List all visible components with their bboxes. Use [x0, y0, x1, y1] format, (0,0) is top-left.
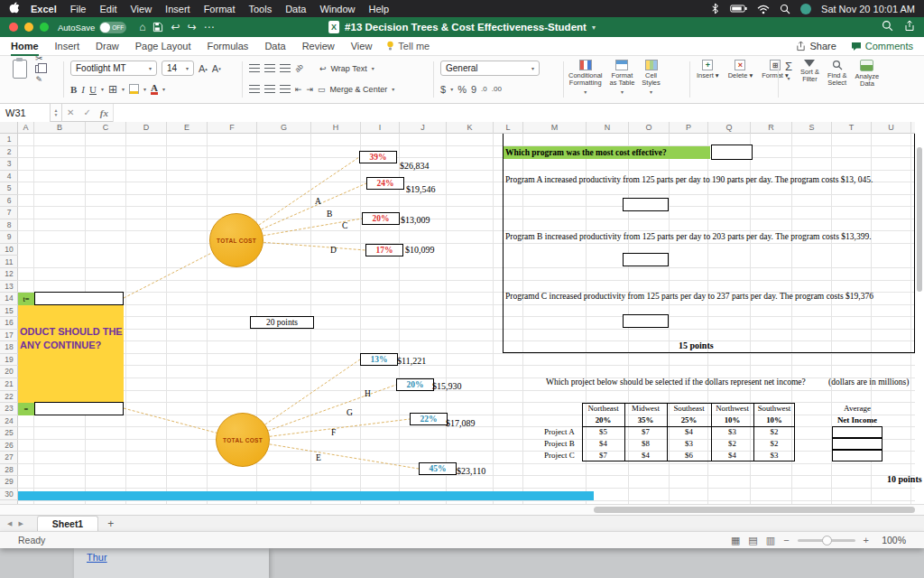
align-bottom-button[interactable]	[280, 64, 291, 72]
document-title[interactable]: #13 Decision Trees & Cost Effectiveness-…	[345, 22, 587, 33]
share-button[interactable]: Share	[796, 41, 836, 51]
font-size-select[interactable]: 14▾	[162, 61, 194, 76]
tab-home[interactable]: Home	[11, 37, 39, 56]
menu-window[interactable]: Window	[319, 4, 355, 14]
apple-menu-icon[interactable]	[9, 2, 20, 15]
zoom-out-icon[interactable]: −	[783, 535, 789, 545]
borders-button[interactable]: ⊞	[108, 83, 117, 96]
tell-me-button[interactable]: Tell me	[386, 41, 430, 51]
wifi-icon[interactable]	[757, 4, 770, 14]
menubar-clock[interactable]: Sat Nov 20 10:01 AM	[821, 4, 915, 14]
format-as-table-button[interactable]: Format as Table▾	[610, 60, 635, 95]
net-income-cell[interactable]	[832, 438, 882, 450]
equals-cell[interactable]: =	[18, 403, 34, 415]
share-titlebar-icon[interactable]	[904, 19, 915, 35]
autosum-button[interactable]: Σ▾	[785, 60, 792, 88]
decrease-indent-button[interactable]: ⇤	[295, 85, 302, 94]
menu-insert[interactable]: Insert	[165, 4, 190, 14]
cancel-entry-icon[interactable]: ✕	[67, 107, 74, 117]
italic-button[interactable]: I	[81, 84, 85, 95]
net-income-cell[interactable]	[832, 426, 882, 438]
align-middle-button[interactable]	[264, 64, 275, 72]
align-center-button[interactable]	[264, 85, 275, 93]
menu-edit[interactable]: Edit	[99, 4, 116, 14]
underline-button[interactable]: U	[89, 84, 97, 95]
menu-file[interactable]: File	[70, 4, 87, 14]
menu-help[interactable]: Help	[369, 4, 390, 14]
increase-font-button[interactable]: A▴	[199, 63, 208, 74]
vertical-scrollbar[interactable]	[915, 134, 924, 504]
font-name-select[interactable]: Footlight MT▾	[70, 61, 157, 76]
sort-filter-button[interactable]: Sort & Filter	[800, 60, 819, 88]
sheet-tab-sheet1[interactable]: Sheet1	[37, 516, 98, 531]
page-layout-view-icon[interactable]: ▤	[748, 535, 757, 546]
program-c-answer-cell[interactable]	[623, 314, 669, 328]
battery-icon[interactable]	[730, 3, 747, 14]
number-format-select[interactable]: General▾	[440, 61, 540, 76]
bold-button[interactable]: B	[70, 84, 77, 95]
format-painter-button[interactable]: ✎	[35, 75, 42, 84]
delete-cells-button[interactable]: × Delete ▾	[728, 60, 753, 79]
decrease-font-button[interactable]: A▾	[212, 63, 221, 74]
paste-button[interactable]	[13, 60, 27, 79]
bluetooth-icon[interactable]	[710, 3, 720, 14]
decrease-decimal-button[interactable]: .00	[492, 85, 502, 93]
name-box-stepper[interactable]: ▲▼	[51, 104, 62, 122]
answer-cell-bottom[interactable]	[34, 402, 124, 415]
find-select-button[interactable]: Find & Select	[827, 60, 847, 88]
net-income-cell[interactable]	[832, 450, 882, 461]
cell-styles-button[interactable]: Cell Styles▾	[642, 60, 660, 95]
align-top-button[interactable]	[249, 64, 260, 72]
t-equals-cell[interactable]: t=	[18, 293, 34, 305]
insert-function-icon[interactable]: fx	[100, 107, 108, 118]
comma-format-button[interactable]: 9	[471, 84, 476, 95]
tab-draw[interactable]: Draw	[96, 37, 119, 56]
align-right-button[interactable]	[280, 85, 291, 93]
fill-color-button[interactable]	[129, 84, 139, 94]
more-commands-icon[interactable]: ⋯	[204, 17, 215, 37]
home-icon[interactable]: ⌂	[139, 17, 145, 37]
page-break-view-icon[interactable]: ▥	[766, 535, 775, 546]
next-sheet-icon[interactable]: ▶	[18, 520, 23, 527]
analyze-data-button[interactable]: Analyze Data	[855, 60, 880, 88]
minimize-window-button[interactable]	[24, 23, 33, 32]
answer-cell-top[interactable]	[34, 292, 124, 305]
percent-format-button[interactable]: %	[457, 84, 467, 95]
horizontal-scrollbar[interactable]	[594, 507, 915, 513]
spotlight-search-icon[interactable]	[780, 4, 790, 14]
tab-data[interactable]: Data	[264, 37, 285, 56]
save-icon[interactable]	[152, 22, 163, 33]
tab-page-layout[interactable]: Page Layout	[135, 37, 191, 56]
autosave-toggle[interactable]: OFF	[99, 22, 126, 33]
wrap-text-button[interactable]: Wrap Text	[330, 64, 366, 73]
menu-format[interactable]: Format	[204, 4, 236, 14]
program-b-answer-cell[interactable]	[623, 253, 669, 266]
menu-tools[interactable]: Tools	[248, 4, 272, 14]
fullscreen-window-button[interactable]	[40, 23, 49, 32]
user-avatar-icon[interactable]	[800, 4, 811, 14]
zoom-slider[interactable]	[798, 539, 855, 542]
search-icon[interactable]	[882, 19, 893, 35]
prev-sheet-icon[interactable]: ◀	[7, 520, 12, 527]
normal-view-icon[interactable]: ▦	[731, 535, 740, 546]
menu-view[interactable]: View	[130, 4, 152, 14]
tab-formulas[interactable]: Formulas	[208, 37, 249, 56]
add-sheet-button[interactable]: +	[107, 517, 114, 530]
name-box[interactable]: W31	[0, 104, 51, 122]
zoom-level[interactable]: 100%	[877, 535, 906, 545]
increase-decimal-button[interactable]: .0	[481, 85, 487, 93]
question-1-answer-cell[interactable]	[711, 144, 753, 160]
conditional-formatting-button[interactable]: Conditional Formatting▾	[568, 60, 603, 95]
tab-review[interactable]: Review	[302, 37, 335, 56]
tab-insert[interactable]: Insert	[55, 37, 80, 56]
confirm-entry-icon[interactable]: ✓	[83, 107, 90, 117]
insert-cells-button[interactable]: + Insert ▾	[697, 60, 719, 79]
menu-excel[interactable]: Excel	[31, 4, 57, 14]
accounting-format-button[interactable]: $	[440, 84, 446, 95]
program-a-answer-cell[interactable]	[623, 198, 669, 211]
title-chevron-icon[interactable]: ▾	[592, 23, 596, 32]
close-window-button[interactable]	[9, 23, 18, 32]
copy-button[interactable]	[35, 65, 42, 73]
align-left-button[interactable]	[249, 85, 260, 93]
comments-button[interactable]: Comments	[851, 41, 913, 51]
